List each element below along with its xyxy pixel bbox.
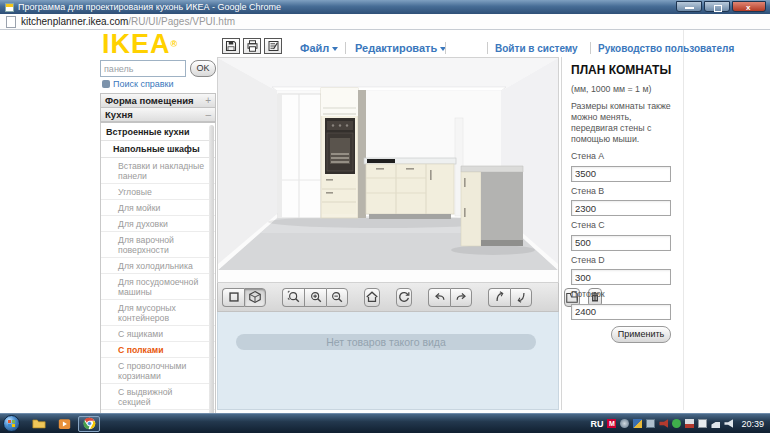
wall-a-input[interactable] bbox=[571, 166, 671, 182]
action-center-flag-icon[interactable] bbox=[685, 419, 694, 428]
accordion-kitchen[interactable]: Кухня– bbox=[100, 107, 216, 122]
tree-item[interactable]: Вставки и накладные панели bbox=[101, 158, 215, 184]
clock[interactable]: 20:39 bbox=[741, 419, 764, 429]
user-manual-link[interactable]: Руководство пользователя bbox=[598, 43, 734, 54]
units-note: (мм, 1000 мм = 1 м) bbox=[571, 84, 683, 94]
link-separator bbox=[590, 42, 591, 54]
tree-item-base-cabinets[interactable]: Напольные шкафы bbox=[101, 141, 215, 158]
print-button[interactable] bbox=[243, 38, 261, 54]
window-favicon-icon bbox=[5, 3, 14, 12]
menu-separator bbox=[345, 42, 346, 54]
redo-button[interactable] bbox=[450, 288, 472, 307]
zoom-fit-button[interactable] bbox=[282, 288, 304, 307]
room-plan-panel: ПЛАН КОМНАТЫ (мм, 1000 мм = 1 м) Размеры… bbox=[561, 57, 683, 410]
search-input[interactable] bbox=[100, 60, 186, 77]
window-titlebar[interactable]: Программа для проектирования кухонь ИКЕА… bbox=[0, 0, 770, 14]
minimize-button[interactable] bbox=[676, 1, 702, 12]
chevron-down-icon bbox=[332, 47, 338, 51]
room-render bbox=[218, 58, 558, 282]
taskbar: RU M 20:39 bbox=[0, 413, 770, 433]
explorer-taskbar-icon[interactable] bbox=[28, 416, 50, 432]
maximize-button[interactable] bbox=[704, 1, 730, 12]
media-player-taskbar-icon[interactable] bbox=[53, 416, 75, 432]
wall-b-label: Стена B bbox=[571, 186, 683, 196]
audio-device-icon[interactable] bbox=[659, 419, 668, 428]
system-tray: RU M 20:39 bbox=[590, 419, 770, 429]
wall-c-label: Стена C bbox=[571, 220, 683, 230]
close-button[interactable]: x bbox=[732, 1, 766, 12]
tree-scrollbar[interactable] bbox=[209, 125, 214, 433]
network-icon[interactable] bbox=[711, 419, 720, 428]
tree-item[interactable]: С выдвижной секцией bbox=[101, 384, 215, 410]
menu-file[interactable]: Файл bbox=[300, 42, 338, 54]
wall-d-label: Стена D bbox=[571, 255, 683, 265]
zoom-in-button[interactable] bbox=[304, 288, 326, 307]
address-bar[interactable]: kitchenplanner.ikea.com/RU/UI/Pages/VPUI… bbox=[0, 14, 770, 30]
save-button[interactable] bbox=[222, 38, 240, 54]
empty-products-message: Нет товаров такого вида bbox=[236, 334, 536, 350]
url-path: /RU/UI/Pages/VPUI.htm bbox=[128, 16, 235, 27]
collapse-icon: – bbox=[205, 109, 211, 120]
undo-button[interactable] bbox=[428, 288, 450, 307]
volume-icon[interactable] bbox=[724, 419, 733, 428]
ceiling-label: Потолок bbox=[571, 289, 683, 299]
view-2d-button[interactable] bbox=[222, 288, 244, 307]
help-search-link[interactable]: Поиск справки bbox=[102, 79, 216, 89]
search-ok-button[interactable]: OK bbox=[190, 60, 216, 77]
update-icon[interactable] bbox=[633, 419, 642, 428]
tree-item[interactable]: Для посудомоечной машины bbox=[101, 274, 215, 300]
sync-icon[interactable] bbox=[672, 419, 681, 428]
tree-item-selected[interactable]: С полками bbox=[101, 342, 215, 358]
tree-item[interactable]: Для холодильника bbox=[101, 258, 215, 274]
windows-flag-icon bbox=[8, 420, 15, 427]
panel-hint: Размеры комнаты также можно менять, пере… bbox=[571, 101, 679, 145]
language-indicator[interactable]: RU bbox=[590, 419, 603, 429]
page: IKEA® Файл Редактировать Войти в систему… bbox=[0, 30, 770, 413]
ceiling-input[interactable] bbox=[571, 304, 671, 320]
category-tree: Встроенные кухни Напольные шкафы Вставки… bbox=[100, 122, 216, 433]
browser-icon[interactable] bbox=[620, 419, 629, 428]
tree-item[interactable]: С ящиками bbox=[101, 326, 215, 342]
mail-icon[interactable]: M bbox=[607, 419, 616, 428]
rotate-view-button[interactable] bbox=[396, 288, 412, 307]
viewer-toolbar bbox=[217, 283, 559, 312]
wall-b-input[interactable] bbox=[571, 200, 671, 216]
zoom-out-button[interactable] bbox=[326, 288, 348, 307]
screen: Программа для проектирования кухонь ИКЕА… bbox=[0, 0, 770, 433]
menu-separator bbox=[445, 42, 446, 54]
item-list-button[interactable] bbox=[264, 38, 282, 54]
panel-title: ПЛАН КОМНАТЫ bbox=[571, 63, 683, 77]
display-icon[interactable] bbox=[646, 419, 655, 428]
menu-edit[interactable]: Редактировать bbox=[355, 42, 446, 54]
page-icon bbox=[6, 16, 16, 28]
chrome-taskbar-icon[interactable] bbox=[78, 416, 100, 432]
expand-icon: + bbox=[205, 95, 211, 106]
url-host: kitchenplanner.ikea.com bbox=[21, 16, 128, 27]
tree-item[interactable]: Для духовки bbox=[101, 216, 215, 232]
room-3d-view[interactable] bbox=[217, 57, 559, 283]
tree-item[interactable]: Для мусорных контейнеров bbox=[101, 300, 215, 326]
start-button[interactable] bbox=[3, 415, 20, 432]
tree-item-builtin-kitchens[interactable]: Встроенные кухни bbox=[101, 124, 215, 141]
tree-item[interactable]: Для мойки bbox=[101, 200, 215, 216]
tree-item[interactable]: Угловые bbox=[101, 184, 215, 200]
help-bubble-icon bbox=[102, 80, 110, 88]
home-view-button[interactable] bbox=[364, 288, 380, 307]
tree-item[interactable]: Для варочной поверхности bbox=[101, 232, 215, 258]
link-separator bbox=[487, 42, 488, 54]
clipboard-icon[interactable] bbox=[698, 419, 707, 428]
rotate-right-button[interactable] bbox=[510, 288, 532, 307]
rotate-left-button[interactable] bbox=[488, 288, 510, 307]
products-panel: Нет товаров такого вида bbox=[217, 312, 559, 410]
login-link[interactable]: Войти в систему bbox=[495, 43, 578, 54]
sidebar: OK Поиск справки Форма помещения+ Кухня–… bbox=[100, 60, 216, 433]
wall-d-input[interactable] bbox=[571, 269, 671, 285]
tree-item[interactable]: С проволочными корзинами bbox=[101, 358, 215, 384]
ikea-logo: IKEA® bbox=[102, 31, 178, 57]
header-toolbar bbox=[222, 38, 282, 54]
view-3d-button[interactable] bbox=[244, 288, 266, 307]
accordion-room-shape[interactable]: Форма помещения+ bbox=[100, 93, 216, 107]
wall-a-label: Стена A bbox=[571, 151, 683, 161]
wall-c-input[interactable] bbox=[571, 235, 671, 251]
apply-button[interactable]: Применить bbox=[611, 326, 671, 343]
